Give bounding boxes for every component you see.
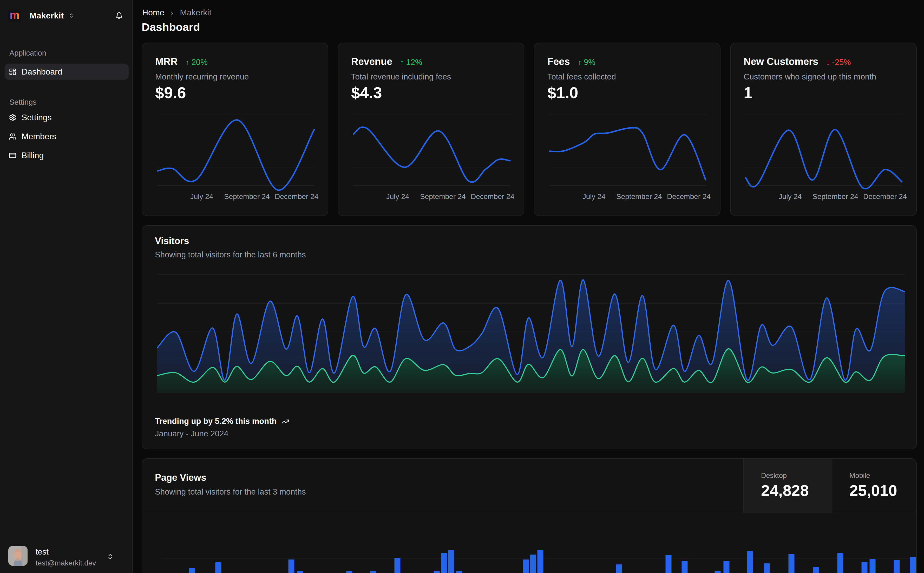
svg-text:September 24: September 24 [616,193,662,200]
svg-text:September 24: September 24 [813,193,858,200]
svg-text:September 24: September 24 [420,193,466,200]
svg-text:July 24: July 24 [779,193,802,200]
svg-text:December 24: December 24 [275,193,318,200]
svg-text:December 24: December 24 [471,193,515,200]
svg-text:September 24: September 24 [224,193,270,200]
svg-text:December 24: December 24 [667,193,711,200]
svg-text:July 24: July 24 [386,193,409,200]
svg-text:December 24: December 24 [863,193,907,200]
svg-text:July 24: July 24 [582,193,606,200]
svg-text:July 24: July 24 [190,193,213,200]
